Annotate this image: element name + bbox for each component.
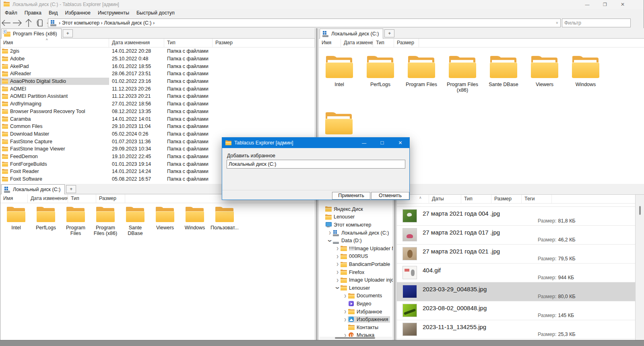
dialog-title-bar[interactable]: Tablacus Explorer [админ] — □ ✕ [222, 138, 409, 148]
image-file-row[interactable]: 2023-08-02_000848.jpgРазмер:145 КБ [397, 301, 635, 320]
new-window-icon[interactable] [34, 19, 45, 27]
tree-item[interactable]: Этот компьютер [319, 221, 393, 229]
dialog-minimize-button[interactable]: — [355, 138, 373, 148]
tree-item[interactable]: ❯Documents [319, 292, 393, 300]
folder-tile[interactable]: Intel [1, 203, 31, 236]
file-row[interactable]: Browser Password Recovery Tool08.12.2022… [0, 108, 315, 115]
column-header[interactable]: Тип [373, 39, 394, 47]
address-dropdown-icon[interactable]: ˅ [554, 21, 560, 25]
folder-tile[interactable]: Sante DBase [120, 203, 150, 236]
menu-item[interactable]: Быстрый доступ [133, 9, 178, 17]
image-file-row[interactable]: 27 марта 2021 года 004 .jpgРазмер:81,8 К… [397, 207, 635, 226]
file-row[interactable]: Common Files29.10.2023 11:04Папка с файл… [0, 123, 315, 130]
tree-item[interactable]: Видео [319, 300, 393, 308]
tree-horizontal-scrollbar[interactable] [320, 337, 392, 339]
column-header[interactable]: Размер [491, 195, 522, 203]
file-row[interactable]: AoaoPhoto Digital Studio01.02.2022 23:16… [0, 78, 315, 85]
folder-tile[interactable]: Пользоват... [210, 203, 239, 236]
image-file-row[interactable]: 27 марта 2021 года 017 .jpgРазмер:46,2 К… [397, 226, 635, 245]
menu-item[interactable]: Файл [1, 9, 21, 17]
tree-item[interactable]: ❯BandicamPortable [319, 260, 393, 268]
file-row[interactable]: AlReader28.06.2017 23:51Папка с файлами [0, 70, 315, 78]
tab-local-disk-c[interactable]: Локальный диск (C:) [1, 184, 65, 194]
new-tab-button[interactable]: + [63, 29, 73, 37]
tab-local-disk-c[interactable]: Локальный диск (C:) [320, 29, 383, 39]
tree-item[interactable]: ❯000RUS [319, 253, 393, 261]
folder-tile[interactable]: PerfLogs [31, 203, 61, 236]
column-header[interactable]: Даты [429, 195, 461, 203]
menu-item[interactable]: Инструменты [94, 9, 133, 17]
folder-tile[interactable]: Viewers [150, 203, 180, 236]
folder-tile[interactable]: Viewers [524, 47, 565, 93]
column-header[interactable]: Дата изменения [28, 194, 68, 203]
column-header[interactable]: Дата изменения [341, 39, 373, 47]
folder-icon-partial[interactable] [325, 112, 353, 134]
column-header[interactable]: Тип [68, 194, 96, 203]
tree-item[interactable]: Яндекс.Диск [319, 205, 393, 213]
column-header[interactable]: Размер [394, 39, 419, 47]
column-header[interactable]: Тип [461, 195, 491, 203]
tree-item[interactable]: ❯Lenouser [319, 284, 393, 292]
tree-expander-icon[interactable]: ❯ [343, 294, 348, 298]
address-bar[interactable]: › Этот компьютер › Локальный диск (C:) ›… [48, 19, 561, 27]
column-header[interactable]: Теги [522, 195, 552, 203]
file-row[interactable]: 2gis14.01.2022 20:28Папка с файлами [0, 47, 315, 55]
folder-tile[interactable]: Intel [319, 47, 360, 93]
file-row[interactable]: AOMEI Partition Assistant11.12.2023 20:2… [0, 93, 315, 100]
new-tab-button[interactable]: + [384, 29, 394, 37]
tree-item[interactable]: ❯Изображения [319, 315, 393, 323]
folder-tile[interactable]: Sante DBase [483, 47, 524, 93]
tree-expander-icon[interactable]: ❯ [335, 247, 340, 250]
tree-expander-icon[interactable]: ❯ [335, 270, 340, 274]
tree-expander-icon[interactable]: ❯ [335, 262, 340, 266]
tree-expander-icon[interactable]: ❯ [328, 238, 332, 243]
menu-item[interactable]: Вид [45, 9, 62, 17]
list-vertical-scrollbar[interactable] [635, 195, 644, 340]
tree-expander-icon[interactable]: ❯ [336, 285, 339, 290]
column-header[interactable]: Дата изменения [109, 39, 164, 47]
tree-item[interactable]: Контакты [319, 323, 393, 332]
forward-button[interactable] [12, 19, 23, 27]
file-row[interactable]: ArdfryImaging27.01.2022 18:56Папка с фай… [0, 100, 315, 108]
folder-tile[interactable]: Program Files (x86) [442, 47, 483, 93]
tree-expander-icon[interactable]: ❯ [335, 255, 340, 258]
file-row[interactable]: AOMEI11.12.2023 20:26Папка с файлами [0, 85, 315, 93]
tree-item[interactable]: ❯Image Uploader injob [319, 276, 393, 284]
image-file-row[interactable]: 404.gifРазмер:944 КБ [397, 264, 635, 282]
folder-tile[interactable]: Program Files [401, 47, 442, 93]
tree-item[interactable]: ❯Локальный диск (C:) [319, 229, 393, 237]
tab-program-files-x86[interactable]: C Program Files (x86) [1, 29, 62, 39]
column-header[interactable]: Размер [213, 39, 315, 47]
new-tab-button[interactable]: + [66, 185, 76, 193]
file-row[interactable]: AkelPad16.01.2022 18:55Папка с файлами [0, 62, 315, 70]
file-row[interactable]: Download Master05.02.2024 0:26Папка с фа… [0, 130, 315, 138]
image-file-row[interactable]: 2023-11-13_134255.jpgРазмер:25,3 КБ [397, 320, 635, 339]
apply-button[interactable]: Применить [332, 192, 370, 200]
breadcrumb[interactable]: › Этот компьютер › Локальный диск (C:) › [59, 20, 554, 26]
tree-expander-icon[interactable]: ❯ [327, 231, 332, 235]
image-file-row[interactable]: 27 марта 2021 года 021 .jpgРазмер:79,5 К… [397, 245, 635, 264]
scrollbar-thumb[interactable] [335, 337, 375, 339]
folder-tile[interactable]: Program Files [61, 203, 91, 236]
favorite-name-input[interactable] [227, 160, 405, 169]
tree-item[interactable]: ❯Избранное [319, 308, 393, 316]
folder-tile[interactable]: Program Files (x86) [91, 203, 120, 236]
column-header[interactable]: Имя [319, 39, 341, 47]
tree-item[interactable]: ❯Firefox [319, 268, 393, 276]
tree-expander-icon[interactable]: ❯ [335, 278, 340, 282]
cancel-button[interactable]: Отменить [371, 192, 409, 200]
column-header[interactable]: Имя [0, 194, 28, 203]
minimize-button[interactable]: — [578, 0, 596, 9]
up-button[interactable] [23, 19, 34, 27]
tree-expander-icon[interactable]: ❯ [343, 310, 348, 313]
dialog-close-button[interactable]: ✕ [391, 138, 409, 148]
restore-button[interactable]: ❐ [596, 0, 614, 9]
image-file-row[interactable]: 2023-03-29_004835.jpgРазмер:80,0 КБ [397, 282, 635, 301]
tree-item[interactable]: Lenouser [319, 213, 393, 221]
back-button[interactable] [0, 19, 12, 27]
dialog-maximize-button[interactable]: □ [373, 138, 391, 148]
tree-list-splitter[interactable] [393, 195, 397, 340]
splitter-handle[interactable] [394, 195, 396, 340]
tree-expander-icon[interactable]: ❯ [343, 318, 348, 321]
folder-tile[interactable]: Windows [565, 47, 606, 93]
